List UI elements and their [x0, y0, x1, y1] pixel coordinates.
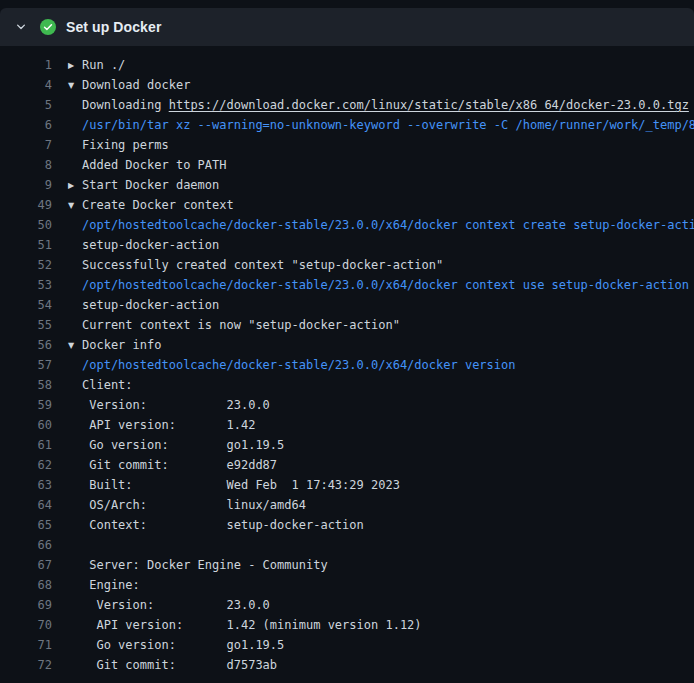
log-row: 67 Server: Docker Engine - Community: [0, 555, 694, 575]
line-number[interactable]: 64: [0, 495, 52, 515]
line-number[interactable]: 53: [0, 275, 52, 295]
line-text: Downloading https://download.docker.com/…: [68, 95, 689, 115]
line-text: Context: setup-docker-action: [68, 515, 364, 535]
step-title: Set up Docker: [66, 19, 161, 35]
chevron-right-icon: ▶: [68, 176, 82, 196]
line-number[interactable]: 60: [0, 415, 52, 435]
line-text: Git commit: e92dd87: [68, 455, 277, 475]
step-header[interactable]: Set up Docker: [0, 8, 694, 46]
line-text: Git commit: d7573ab: [68, 655, 277, 675]
line-number[interactable]: 8: [0, 155, 52, 175]
line-number[interactable]: 59: [0, 395, 52, 415]
line-number[interactable]: 62: [0, 455, 52, 475]
log-row: 71 Go version: go1.19.5: [0, 635, 694, 655]
group-title: Create Docker context: [82, 198, 234, 212]
line-number[interactable]: 61: [0, 435, 52, 455]
log-group-row[interactable]: 9▶Start Docker daemon: [0, 175, 694, 195]
line-text: /opt/hostedtoolcache/docker-stable/23.0.…: [68, 355, 515, 375]
log-group-row[interactable]: 56▼Docker info: [0, 335, 694, 355]
log-row: 54setup-docker-action: [0, 295, 694, 315]
line-number[interactable]: 6: [0, 115, 52, 135]
log-row: 70 API version: 1.42 (minimum version 1.…: [0, 615, 694, 635]
log-group-row[interactable]: 1▶Run ./: [0, 55, 694, 75]
line-number[interactable]: 49: [0, 195, 52, 215]
log-row: 61 Go version: go1.19.5: [0, 435, 694, 455]
line-number[interactable]: 71: [0, 635, 52, 655]
line-number[interactable]: 57: [0, 355, 52, 375]
log-row: 63 Built: Wed Feb 1 17:43:29 2023: [0, 475, 694, 495]
link-prefix-text: Downloading: [82, 98, 169, 112]
line-text: /opt/hostedtoolcache/docker-stable/23.0.…: [68, 215, 694, 235]
line-number[interactable]: 66: [0, 535, 52, 555]
log-row: 68 Engine:: [0, 575, 694, 595]
line-text: API version: 1.42: [68, 415, 255, 435]
line-number[interactable]: 51: [0, 235, 52, 255]
line-text: setup-docker-action: [68, 295, 219, 315]
log-row: 50/opt/hostedtoolcache/docker-stable/23.…: [0, 215, 694, 235]
line-text: ▶Run ./: [68, 55, 125, 76]
line-text: Added Docker to PATH: [68, 155, 227, 175]
line-text: API version: 1.42 (minimum version 1.12): [68, 615, 422, 635]
log-group-row[interactable]: 49▼Create Docker context: [0, 195, 694, 215]
line-number[interactable]: 7: [0, 135, 52, 155]
log-url-link[interactable]: https://download.docker.com/linux/static…: [169, 98, 689, 112]
line-number[interactable]: 68: [0, 575, 52, 595]
line-text: Go version: go1.19.5: [68, 635, 284, 655]
line-text: ▼Create Docker context: [68, 195, 234, 216]
line-text: Go version: go1.19.5: [68, 435, 284, 455]
line-number[interactable]: 5: [0, 95, 52, 115]
line-number[interactable]: 72: [0, 655, 52, 675]
chevron-down-icon: ▼: [68, 336, 82, 356]
log-row: 8Added Docker to PATH: [0, 155, 694, 175]
log-group-row[interactable]: 4▼Download docker: [0, 75, 694, 95]
log-row: 62 Git commit: e92dd87: [0, 455, 694, 475]
chevron-down-icon: ▼: [68, 76, 82, 96]
log-row: 64 OS/Arch: linux/amd64: [0, 495, 694, 515]
line-text: Fixing perms: [68, 135, 169, 155]
line-text: OS/Arch: linux/amd64: [68, 495, 306, 515]
line-text: Current context is now "setup-docker-act…: [68, 315, 400, 335]
line-number[interactable]: 50: [0, 215, 52, 235]
line-number[interactable]: 1: [0, 55, 52, 75]
log-row: 65 Context: setup-docker-action: [0, 515, 694, 535]
line-text: ▶Start Docker daemon: [68, 175, 219, 196]
group-title: Docker info: [82, 338, 161, 352]
log-row: 5Downloading https://download.docker.com…: [0, 95, 694, 115]
line-text: Client:: [68, 375, 133, 395]
log-row: 52Successfully created context "setup-do…: [0, 255, 694, 275]
group-title: Run ./: [82, 58, 125, 72]
log-row: 60 API version: 1.42: [0, 415, 694, 435]
line-text: /usr/bin/tar xz --warning=no-unknown-key…: [68, 115, 694, 135]
line-number[interactable]: 56: [0, 335, 52, 355]
chevron-right-icon: ▶: [68, 56, 82, 76]
line-text: /opt/hostedtoolcache/docker-stable/23.0.…: [68, 275, 689, 295]
success-check-icon: [40, 19, 56, 35]
line-number[interactable]: 69: [0, 595, 52, 615]
line-number[interactable]: 54: [0, 295, 52, 315]
line-number[interactable]: 67: [0, 555, 52, 575]
group-title: Download docker: [82, 78, 190, 92]
line-text: ▼Docker info: [68, 335, 161, 356]
line-number[interactable]: 55: [0, 315, 52, 335]
chevron-down-icon: [14, 20, 28, 34]
log-row: 51setup-docker-action: [0, 235, 694, 255]
line-number[interactable]: 65: [0, 515, 52, 535]
log-row: 69 Version: 23.0.0: [0, 595, 694, 615]
line-text: Engine:: [68, 575, 140, 595]
line-text: Version: 23.0.0: [68, 595, 270, 615]
line-number[interactable]: 70: [0, 615, 52, 635]
log-row: 7Fixing perms: [0, 135, 694, 155]
chevron-down-icon: ▼: [68, 196, 82, 216]
line-number[interactable]: 9: [0, 175, 52, 195]
line-text: Built: Wed Feb 1 17:43:29 2023: [68, 475, 400, 495]
line-number[interactable]: 4: [0, 75, 52, 95]
group-title: Start Docker daemon: [82, 178, 219, 192]
line-text: ▼Download docker: [68, 75, 190, 96]
line-number[interactable]: 52: [0, 255, 52, 275]
line-text: setup-docker-action: [68, 235, 219, 255]
log-row: 58Client:: [0, 375, 694, 395]
log-row: 59 Version: 23.0.0: [0, 395, 694, 415]
log-row: 55Current context is now "setup-docker-a…: [0, 315, 694, 335]
line-number[interactable]: 63: [0, 475, 52, 495]
line-number[interactable]: 58: [0, 375, 52, 395]
